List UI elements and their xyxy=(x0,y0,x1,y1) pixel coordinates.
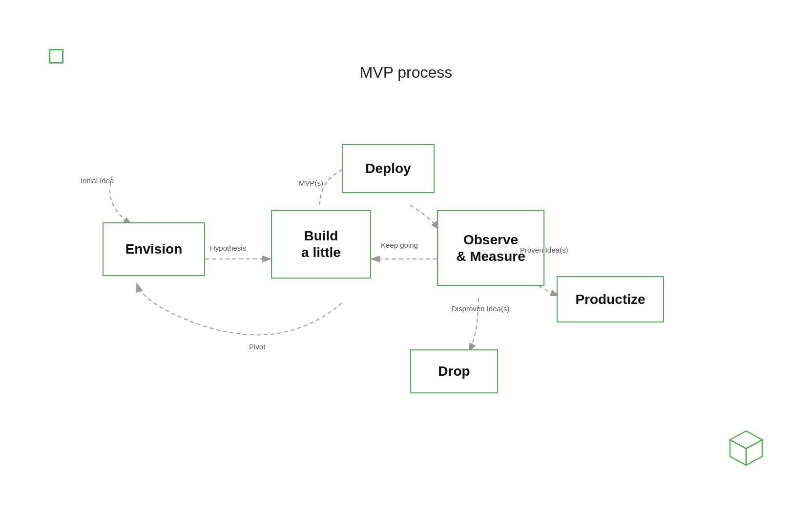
pivot-label: Pivot xyxy=(249,342,265,352)
svg-marker-1 xyxy=(730,431,762,449)
deploy-label: Deploy xyxy=(365,160,411,177)
mvps-label: MVP(s) xyxy=(299,178,323,188)
proven-ideas-label: Proven Idea(s) xyxy=(520,245,568,255)
drop-box: Drop xyxy=(410,349,498,393)
drop-label: Drop xyxy=(438,363,470,380)
productize-label: Productize xyxy=(575,291,645,308)
disproven-ideas-label: Disproven Idea(s) xyxy=(452,304,509,314)
productize-box: Productize xyxy=(557,276,664,322)
logo-icon xyxy=(49,49,63,64)
keep-going-label: Keep going xyxy=(381,240,418,250)
cube-icon xyxy=(724,426,768,472)
deploy-box: Deploy xyxy=(342,144,435,193)
observe-label: Observe & Measure xyxy=(456,232,525,264)
svg-marker-2 xyxy=(730,440,746,465)
svg-marker-3 xyxy=(746,440,762,465)
envision-box: Envision xyxy=(103,222,205,276)
initial-idea-label: Initial Idea xyxy=(81,176,114,186)
hypothesis-label: Hypothesis xyxy=(210,243,246,253)
build-label: Build a little xyxy=(301,228,341,260)
build-box: Build a little xyxy=(271,210,371,279)
page-title: MVP process xyxy=(360,64,453,82)
envision-label: Envision xyxy=(125,241,183,258)
